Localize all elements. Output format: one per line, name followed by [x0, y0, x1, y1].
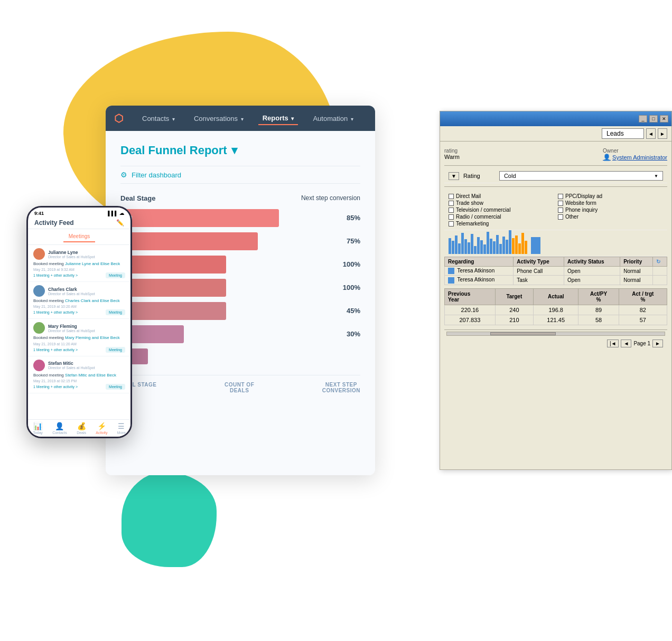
- phone-edit-icon[interactable]: ✏️: [116, 219, 124, 227]
- checkbox-trade-show[interactable]: Trade show: [449, 200, 554, 206]
- close-button[interactable]: ✕: [660, 115, 668, 122]
- checkbox-input-3[interactable]: [449, 201, 454, 206]
- bar-wrap-2: 68: [120, 232, 332, 250]
- crm-minichart: [444, 230, 667, 257]
- finance-acttrgt-1: 82: [619, 305, 667, 315]
- activities-col-type: Activity Type: [514, 257, 564, 267]
- minichart-bar-o3: [518, 243, 521, 254]
- minichart-bar-o1: [512, 238, 515, 254]
- checkbox-other[interactable]: Other: [558, 214, 663, 220]
- feed-action-link-4[interactable]: 1 Meeting + other activity >: [33, 385, 78, 389]
- crm-hscroll-track[interactable]: [446, 332, 665, 336]
- owner-value[interactable]: 👤 System Administrator: [603, 154, 667, 161]
- phone-nav-today[interactable]: 📊 Today: [33, 422, 43, 435]
- maximize-button[interactable]: □: [649, 115, 658, 122]
- checkbox-television[interactable]: Television / commercial: [449, 207, 554, 213]
- phone-nav-deals-label: Deals: [77, 431, 86, 435]
- nav-contacts[interactable]: Contacts ▾: [138, 112, 179, 125]
- nav-conversations[interactable]: Conversations ▾: [190, 112, 248, 125]
- filter-bar[interactable]: ⚙ Filter dashboard: [120, 166, 360, 184]
- deals-icon: 💰: [77, 422, 86, 430]
- bar-pct-3: 100%: [336, 260, 360, 268]
- checkbox-input-9[interactable]: [449, 221, 454, 227]
- checkbox-radio[interactable]: Radio / commercial: [449, 214, 554, 220]
- act-priority-2: Normal: [620, 276, 653, 285]
- minichart-bar-20: [509, 230, 511, 254]
- minichart-bar-5: [461, 233, 464, 254]
- checkbox-input-2[interactable]: [558, 194, 563, 199]
- feed-link-1[interactable]: Julianne Lyne and Elise Beck: [65, 261, 120, 266]
- checkbox-input-5[interactable]: [449, 208, 454, 213]
- crm-body: rating Warm Owner 👤 System Administrator…: [440, 142, 671, 468]
- finance-prev-1: 220.16: [445, 305, 496, 315]
- feed-name-3: Mary Fleming: [48, 324, 95, 329]
- activities-row-1[interactable]: Teresa Atkinson Phone Call Open Normal: [445, 267, 667, 276]
- report-title-dropdown-icon[interactable]: ▾: [231, 144, 237, 157]
- bar-wrap-3: 51: [120, 256, 332, 274]
- checkbox-input-6[interactable]: [558, 208, 563, 213]
- act-extra-2: [652, 276, 667, 285]
- minichart-bar-19: [506, 240, 508, 254]
- feed-action-link-2[interactable]: 1 Meeting + other activity >: [33, 310, 78, 314]
- activities-row-2[interactable]: Teresa Atkinson Task Open Normal: [445, 276, 667, 285]
- checkbox-direct-mail[interactable]: Direct Mail: [449, 193, 554, 199]
- feed-action-link-1[interactable]: 1 Meeting + other activity >: [33, 274, 78, 277]
- finance-actual-2: 121.45: [533, 315, 578, 325]
- rating-select-arrow[interactable]: ▼: [449, 172, 459, 180]
- crm-hscroll-thumb[interactable]: [490, 332, 556, 335]
- crm-separator-2: [444, 186, 667, 187]
- phone-tab-meetings[interactable]: Meetings: [63, 231, 96, 242]
- background-blob-teal: [122, 472, 217, 567]
- checkbox-telemarketing[interactable]: Telemarketing: [449, 221, 554, 227]
- checkbox-ppc[interactable]: PPC/Display ad: [558, 193, 663, 199]
- rating-value-dropdown[interactable]: Cold ▼: [499, 171, 663, 181]
- feed-date-1: May 21, 2019 at 9:32 AM: [33, 268, 125, 271]
- finance-actpy-2: 58: [578, 315, 619, 325]
- phone-header: Activity Feed ✏️: [28, 217, 130, 229]
- feed-role-4: Director of Sales at HubSpot: [48, 366, 95, 370]
- minimize-button[interactable]: _: [639, 115, 647, 122]
- checkbox-label-3: Trade show: [456, 200, 483, 206]
- phone-nav-deals[interactable]: 💰 Deals: [77, 422, 86, 435]
- activities-col-refresh[interactable]: ↻: [652, 257, 667, 267]
- feed-link-3[interactable]: Mary Fleming and Elise Beck: [65, 335, 120, 340]
- feed-date-3: May 21, 2019 at 11:20 AM: [33, 342, 125, 346]
- nav-reports[interactable]: Reports ▾: [258, 112, 298, 125]
- dropdown-next-btn[interactable]: ►: [658, 128, 667, 139]
- phone-nav-contacts[interactable]: 👤 Contacts: [52, 422, 67, 435]
- phone-nav-activity[interactable]: ⚡ Activity: [96, 422, 107, 435]
- pagination-first[interactable]: |◄: [607, 340, 619, 347]
- feed-name-role-2: Charles Clark Director of Sales at HubSp…: [48, 287, 95, 296]
- feed-item-2: Charles Clark Director of Sales at HubSp…: [28, 282, 130, 319]
- feed-role-2: Director of Sales at HubSpot: [48, 292, 95, 296]
- feed-link-2[interactable]: Charles Clark and Elise Beck: [65, 298, 120, 303]
- pagination-next[interactable]: ►: [652, 340, 663, 347]
- phone-nav-more[interactable]: ☰ More: [117, 422, 126, 435]
- checkbox-input-7[interactable]: [449, 214, 454, 220]
- checkbox-input-4[interactable]: [558, 201, 563, 206]
- bar-pct-5: 45%: [336, 307, 360, 315]
- nav-automation-arrow: ▾: [351, 116, 353, 122]
- crm-horizontal-scrollbar[interactable]: [444, 329, 667, 338]
- dropdown-prev-btn[interactable]: ◄: [646, 128, 656, 139]
- feed-link-4[interactable]: Stefan Mitic and Elise Beck: [65, 373, 116, 378]
- feed-action-link-3[interactable]: 1 Meeting + other activity >: [33, 348, 78, 352]
- checkbox-input-8[interactable]: [558, 214, 563, 220]
- feed-badge-3: Meeting: [106, 347, 125, 353]
- crm-titlebar: _ □ ✕: [440, 111, 671, 126]
- phone-signal: ▌▌▌ ☁: [108, 211, 124, 216]
- checkbox-website-form[interactable]: Website form: [558, 200, 663, 206]
- phone-mockup: 9:41 ▌▌▌ ☁ Activity Feed ✏️ Meetings Jul…: [26, 206, 132, 438]
- leads-dropdown[interactable]: Leads: [602, 128, 644, 139]
- feed-name-role-1: Julianne Lyne Director of Sales at HubSp…: [48, 250, 95, 259]
- minichart-bar-14: [490, 239, 492, 254]
- chart-bar-row-3: 51 100%: [120, 256, 360, 274]
- bar-wrap-7: 7: [120, 348, 332, 366]
- finance-col-acttrgt: Act / trgt%: [619, 288, 667, 305]
- checkbox-input-1[interactable]: [449, 194, 454, 199]
- feed-date-4: May 21, 2019 at 02:15 PM: [33, 379, 125, 383]
- pagination-prev[interactable]: ◄: [621, 340, 631, 347]
- finance-col-actual: Actual: [533, 288, 578, 305]
- nav-automation[interactable]: Automation ▾: [309, 112, 357, 125]
- checkbox-phone[interactable]: Phone inquiry: [558, 207, 663, 213]
